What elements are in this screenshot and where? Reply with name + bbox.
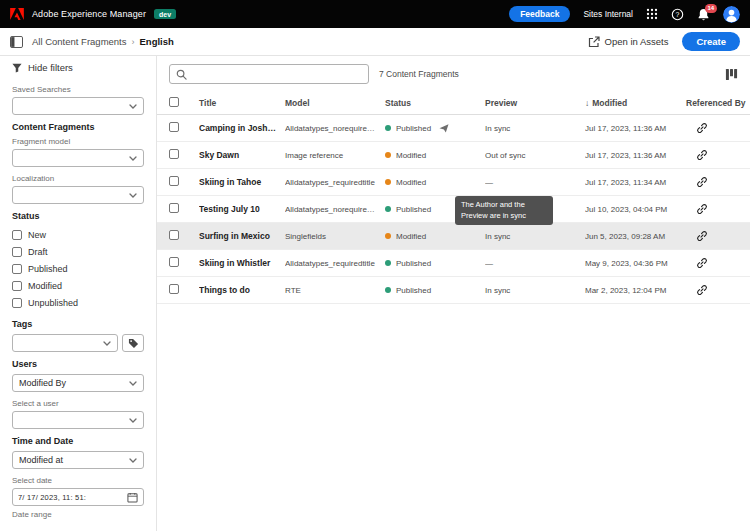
table-row[interactable]: Testing July 10 Alldatatypes_norequire… … <box>157 196 750 223</box>
saved-searches-select[interactable] <box>12 97 144 115</box>
open-in-assets-button[interactable]: Open in Assets <box>588 36 669 48</box>
row-checkbox[interactable] <box>169 257 179 267</box>
table-row[interactable]: Skiing in Whistler Alldatatypes_required… <box>157 250 750 277</box>
row-check-cell <box>157 122 199 134</box>
grid-icon <box>646 8 658 20</box>
status-filter-option[interactable]: Modified <box>12 277 144 294</box>
row-checkbox[interactable] <box>169 176 179 186</box>
calendar-icon <box>127 492 138 503</box>
status-label: Published <box>396 259 431 268</box>
status-label: Modified <box>396 178 426 187</box>
table-row[interactable]: Camping in Joshua Tree Alldatatypes_nore… <box>157 115 750 142</box>
status-filter-option[interactable]: Draft <box>12 243 144 260</box>
sync-tooltip: The Author and the Preview are in sync <box>455 196 553 225</box>
user-avatar[interactable] <box>723 6 740 23</box>
cell-title: Camping in Joshua Tree <box>199 123 285 133</box>
user-select[interactable] <box>12 411 144 429</box>
references-link-button[interactable] <box>696 122 708 134</box>
checkbox[interactable] <box>12 298 22 308</box>
header-actions: Open in Assets Create <box>588 32 740 51</box>
fragment-model-select[interactable] <box>12 149 144 167</box>
status-dot <box>385 287 391 293</box>
cell-title: Surfing in Mexico <box>199 231 285 241</box>
hide-filters-button[interactable]: Hide filters <box>12 62 73 73</box>
status-filter-option[interactable]: New <box>12 226 144 243</box>
section-users: Users <box>12 359 144 369</box>
column-header-title[interactable]: Title <box>199 98 285 108</box>
breadcrumb-root[interactable]: All Content Fragments <box>32 36 127 47</box>
table-row[interactable]: Sky Dawn Image reference Modified Out of… <box>157 142 750 169</box>
row-checkbox[interactable] <box>169 122 179 132</box>
table-body: Camping in Joshua Tree Alldatatypes_nore… <box>157 115 750 304</box>
column-header-referenced-by[interactable]: Referenced By <box>686 98 750 108</box>
status-filter-label: Published <box>28 264 68 274</box>
row-checkbox[interactable] <box>169 149 179 159</box>
cell-preview: In sync <box>485 286 585 295</box>
select-user-label: Select a user <box>12 399 144 408</box>
tags-select[interactable] <box>12 334 118 352</box>
row-checkbox[interactable] <box>169 284 179 294</box>
cell-preview: In sync <box>485 124 585 133</box>
rail-toggle-button[interactable] <box>10 36 23 48</box>
notifications-button[interactable]: 14 <box>697 8 710 21</box>
feedback-button[interactable]: Feedback <box>509 6 570 22</box>
column-settings-button[interactable] <box>725 68 738 81</box>
section-content-fragments: Content Fragments <box>12 122 144 132</box>
cell-preview: — <box>485 178 585 187</box>
references-link-button[interactable] <box>696 257 708 269</box>
checkbox[interactable] <box>12 281 22 291</box>
cell-model: Alldatatypes_requiredtitle <box>285 259 385 268</box>
references-link-button[interactable] <box>696 149 708 161</box>
cell-model: RTE <box>285 286 385 295</box>
chevron-down-icon <box>129 418 137 423</box>
table-row[interactable]: Surfing in Mexico Singlefields Modified … <box>157 223 750 250</box>
cell-status: Modified <box>385 232 485 241</box>
row-checkbox[interactable] <box>169 230 179 240</box>
cell-model: Alldatatypes_norequire… <box>285 124 385 133</box>
content-area: Hide filters Saved Searches Content Frag… <box>0 56 750 531</box>
modified-at-select[interactable]: Modified at <box>12 451 144 469</box>
references-link-button[interactable] <box>696 284 708 296</box>
fragment-model-label: Fragment model <box>12 137 144 146</box>
status-filter-option[interactable]: Unpublished <box>12 294 144 311</box>
references-link-button[interactable] <box>696 203 708 215</box>
cell-status: Modified <box>385 151 485 160</box>
top-bar: Adobe Experience Manager dev Feedback Si… <box>0 0 750 28</box>
cell-modified: Jul 10, 2023, 04:04 PM <box>585 205 686 214</box>
link-icon <box>696 122 708 134</box>
date-input[interactable]: 7/ 17/ 2023, 11: 51: <box>12 488 144 506</box>
link-icon <box>696 284 708 296</box>
table-row[interactable]: Things to do RTE Published In sync Mar 2… <box>157 277 750 304</box>
search-box[interactable] <box>169 64 369 84</box>
column-header-model[interactable]: Model <box>285 98 385 108</box>
column-header-modified[interactable]: ↓ Modified <box>585 98 686 108</box>
chevron-down-icon <box>103 341 111 346</box>
cell-preview: In sync <box>485 232 585 241</box>
select-all-checkbox[interactable] <box>169 97 179 107</box>
cell-title: Testing July 10 <box>199 204 285 214</box>
tag-icon <box>128 338 139 349</box>
search-input[interactable] <box>192 69 362 79</box>
breadcrumb: All Content Fragments › English <box>32 36 174 47</box>
help-button[interactable]: ? <box>671 8 684 21</box>
row-check-cell <box>157 176 199 188</box>
tags-browse-button[interactable] <box>122 334 144 352</box>
cell-model: Singlefields <box>285 232 385 241</box>
table-row[interactable]: Skiing in Tahoe Alldatatypes_requiredtit… <box>157 169 750 196</box>
status-filter-option[interactable]: Published <box>12 260 144 277</box>
status-label: Published <box>396 124 431 133</box>
checkbox[interactable] <box>12 247 22 257</box>
link-icon <box>696 257 708 269</box>
localization-select[interactable] <box>12 186 144 204</box>
create-button[interactable]: Create <box>682 32 740 51</box>
modified-by-select[interactable]: Modified By <box>12 374 144 392</box>
references-link-button[interactable] <box>696 176 708 188</box>
column-header-status[interactable]: Status <box>385 98 485 108</box>
row-checkbox[interactable] <box>169 203 179 213</box>
checkbox[interactable] <box>12 264 22 274</box>
app-switcher-button[interactable] <box>646 8 658 20</box>
row-check-cell <box>157 284 199 296</box>
column-header-preview[interactable]: Preview <box>485 98 585 108</box>
checkbox[interactable] <box>12 230 22 240</box>
references-link-button[interactable] <box>696 230 708 242</box>
